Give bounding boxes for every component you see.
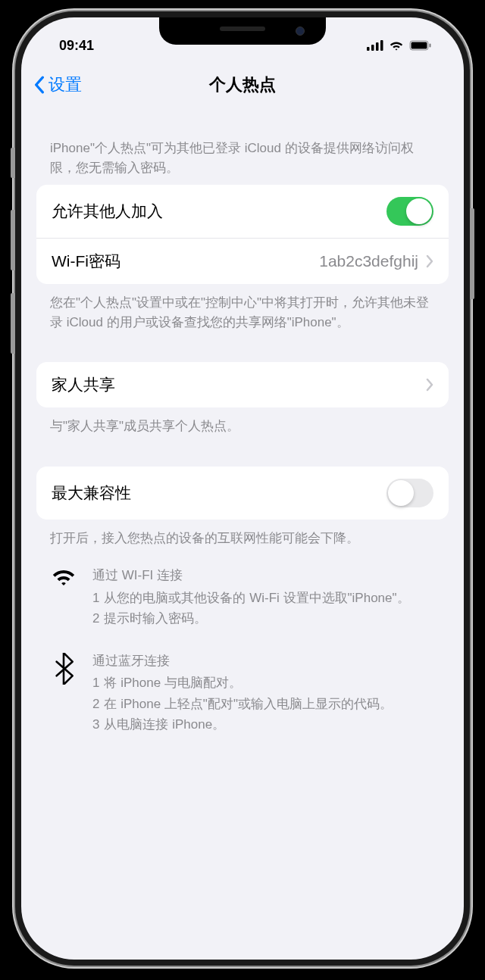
- back-label: 设置: [48, 73, 82, 96]
- wifi-password-label: Wi-Fi密码: [52, 251, 120, 272]
- chevron-right-icon: [426, 254, 433, 268]
- bluetooth-icon: [50, 653, 77, 685]
- max-compat-row[interactable]: 最大兼容性: [36, 467, 449, 520]
- battery-icon: [409, 40, 432, 51]
- max-compat-footer: 打开后，接入您热点的设备的互联网性能可能会下降。: [36, 520, 449, 548]
- family-sharing-label: 家人共享: [52, 374, 115, 395]
- bluetooth-instruction: 通过蓝牙连接 1将 iPhone 与电脑配对。 2在 iPhone 上轻点"配对…: [50, 651, 435, 736]
- svg-rect-3: [380, 40, 383, 51]
- allow-others-row[interactable]: 允许其他人加入: [36, 185, 449, 238]
- chevron-right-icon: [426, 378, 433, 392]
- family-sharing-group: 家人共享: [36, 362, 449, 407]
- back-button[interactable]: 设置: [33, 73, 82, 96]
- svg-rect-6: [430, 44, 431, 48]
- cellular-icon: [367, 40, 383, 51]
- max-compat-group: 最大兼容性: [36, 467, 449, 520]
- svg-rect-2: [376, 42, 379, 51]
- header-description: iPhone"个人热点"可为其他已登录 iCloud 的设备提供网络访问权限，您…: [36, 111, 449, 185]
- status-time: 09:41: [59, 38, 94, 54]
- wifi-icon: [50, 567, 77, 588]
- svg-rect-1: [371, 45, 374, 51]
- wifi-password-value: 1ab2c3defghij: [319, 252, 433, 270]
- connection-instructions: 通过 WI-FI 连接 1从您的电脑或其他设备的 Wi-Fi 设置中选取"iPh…: [36, 548, 449, 736]
- status-icons: [367, 40, 432, 51]
- bluetooth-instruction-title: 通过蓝牙连接: [92, 651, 435, 671]
- allow-others-label: 允许其他人加入: [52, 201, 163, 222]
- chevron-left-icon: [33, 76, 45, 94]
- allow-others-footer: 您在"个人热点"设置中或在"控制中心"中将其打开时，允许其他未登录 iCloud…: [36, 284, 449, 332]
- svg-rect-5: [411, 42, 427, 49]
- wifi-instruction-title: 通过 WI-FI 连接: [92, 566, 435, 585]
- nav-bar: 设置 个人热点: [21, 60, 464, 111]
- max-compat-label: 最大兼容性: [52, 482, 131, 504]
- page-title: 个人热点: [209, 73, 276, 96]
- wifi-instruction: 通过 WI-FI 连接 1从您的电脑或其他设备的 Wi-Fi 设置中选取"iPh…: [50, 566, 435, 630]
- svg-rect-0: [367, 47, 370, 51]
- wifi-password-row[interactable]: Wi-Fi密码 1ab2c3defghij: [36, 238, 449, 284]
- family-sharing-row[interactable]: 家人共享: [36, 362, 449, 407]
- max-compat-toggle[interactable]: [386, 479, 433, 507]
- hotspot-settings-group: 允许其他人加入 Wi-Fi密码 1ab2c3defghij: [36, 185, 449, 284]
- wifi-icon: [389, 40, 404, 51]
- allow-others-toggle[interactable]: [386, 197, 433, 226]
- family-sharing-footer: 与"家人共享"成员共享个人热点。: [36, 407, 449, 436]
